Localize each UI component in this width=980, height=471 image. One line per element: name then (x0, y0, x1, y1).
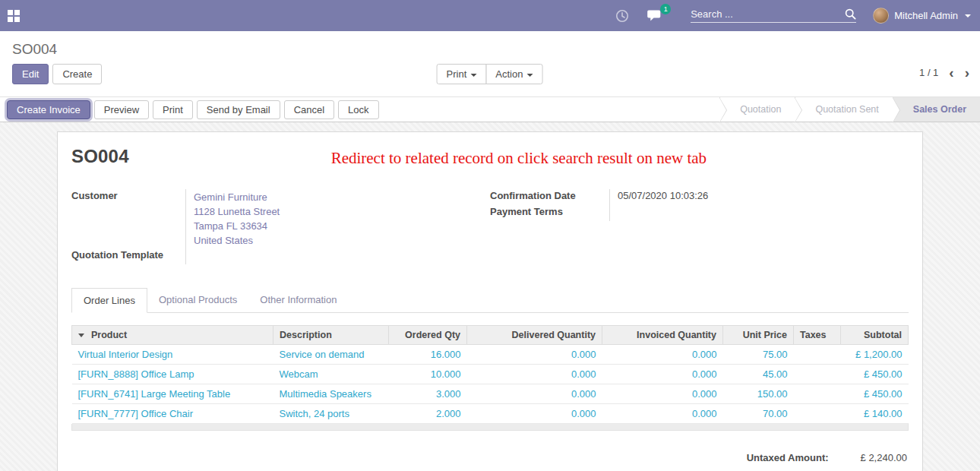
cell-unit-price[interactable]: 150.00 (723, 384, 794, 404)
cell-product[interactable]: [FURN_6741] Large Meeting Table (72, 384, 273, 404)
cell-ordered-qty[interactable]: 3.000 (389, 384, 467, 404)
field-column-left: Customer Gemini Furniture 1128 Lunetta S… (71, 189, 490, 264)
breadcrumb-record-title: SO004 (12, 41, 57, 57)
confirmation-date-label: Confirmation Date (490, 189, 609, 205)
record-pager: 1 / 1 ‹ › (919, 67, 969, 78)
cell-subtotal[interactable]: £ 450.00 (841, 365, 909, 384)
tab-other-information[interactable]: Other Information (248, 288, 348, 313)
cell-description[interactable]: Service on demand (273, 345, 389, 365)
untaxed-amount-label: Untaxed Amount: (747, 452, 829, 463)
col-header-invoiced-quantity[interactable]: Invoiced Quantity (602, 326, 723, 345)
cell-taxes[interactable] (794, 384, 841, 404)
customer-name-link[interactable]: Gemini Furniture (194, 190, 490, 204)
control-panel: Edit Create Print Action 1 / 1 ‹ › (0, 59, 980, 90)
cell-description[interactable]: Multimedia Speakers (273, 384, 389, 404)
lock-button[interactable]: Lock (338, 100, 378, 119)
table-footer-strip (71, 424, 909, 431)
print-button[interactable]: Print (153, 100, 193, 119)
pager-value: 1 / 1 (919, 67, 938, 78)
confirmation-date-field: Confirmation Date 05/07/2020 10:03:26 (490, 189, 909, 205)
status-step-quotation-sent[interactable]: Quotation Sent (795, 97, 892, 122)
action-dropdown-label: Action (495, 68, 523, 80)
status-step-label: Quotation (740, 104, 781, 115)
apps-grid-square (8, 10, 13, 15)
payment-terms-value[interactable] (609, 205, 909, 221)
col-header-taxes[interactable]: Taxes (794, 326, 841, 345)
cell-description[interactable]: Switch, 24 ports (273, 404, 389, 424)
cell-delivered-qty[interactable]: 0.000 (467, 365, 602, 384)
cell-taxes[interactable] (794, 365, 841, 384)
chevron-left-icon[interactable]: ‹ (949, 68, 953, 78)
status-step-quotation[interactable]: Quotation (719, 97, 795, 122)
col-header-product[interactable]: Product (72, 326, 273, 345)
order-line-row[interactable]: [FURN_6741] Large Meeting Table Multimed… (72, 384, 909, 404)
order-title: SO004 (71, 146, 129, 167)
customer-street: 1128 Lunetta Street (194, 204, 490, 219)
print-dropdown-button[interactable]: Print (437, 64, 487, 84)
cell-product[interactable]: Virtual Interior Design (72, 345, 273, 365)
cell-subtotal[interactable]: £ 140.00 (841, 404, 909, 424)
messages-icon[interactable]: 1 (647, 9, 663, 22)
cell-subtotal[interactable]: £ 1,200.00 (841, 345, 909, 365)
col-header-unit-price[interactable]: Unit Price (723, 326, 794, 345)
cell-ordered-qty[interactable]: 10.000 (389, 365, 467, 384)
cell-unit-price[interactable]: 45.00 (723, 365, 794, 384)
cell-product[interactable]: [FURN_8888] Office Lamp (72, 365, 273, 384)
search-input[interactable] (691, 8, 845, 20)
step-arrow-icon (893, 97, 900, 123)
chevron-right-icon[interactable]: › (965, 68, 969, 78)
create-button[interactable]: Create (52, 64, 102, 84)
customer-field: Customer Gemini Furniture 1128 Lunetta S… (71, 189, 490, 248)
send-by-email-button[interactable]: Send by Email (197, 100, 280, 119)
tab-optional-products[interactable]: Optional Products (147, 288, 248, 313)
field-column-right: Confirmation Date 05/07/2020 10:03:26 Pa… (490, 189, 909, 264)
col-header-label: Product (91, 330, 127, 340)
form-statusbar: Create Invoice Preview Print Send by Ema… (0, 96, 980, 122)
cell-delivered-qty[interactable]: 0.000 (467, 345, 602, 365)
activities-clock-icon[interactable] (615, 9, 629, 23)
cell-unit-price[interactable]: 70.00 (723, 404, 794, 424)
col-header-description[interactable]: Description (273, 326, 389, 345)
apps-grid-square (14, 10, 20, 15)
cell-ordered-qty[interactable]: 2.000 (389, 404, 467, 424)
status-steps: Quotation Quotation Sent Sales Order (719, 97, 980, 122)
quotation-template-label: Quotation Template (71, 248, 185, 264)
cell-invoiced-qty[interactable]: 0.000 (602, 365, 723, 384)
cell-delivered-qty[interactable]: 0.000 (467, 404, 602, 424)
cell-invoiced-qty[interactable]: 0.000 (602, 384, 723, 404)
quotation-template-value[interactable] (185, 248, 490, 264)
tab-order-lines[interactable]: Order Lines (71, 288, 147, 313)
edit-button[interactable]: Edit (12, 64, 49, 84)
cell-unit-price[interactable]: 75.00 (723, 345, 794, 365)
order-line-row[interactable]: [FURN_8888] Office Lamp Webcam 10.000 0.… (72, 365, 909, 384)
cell-description[interactable]: Webcam (273, 365, 389, 384)
cell-delivered-qty[interactable]: 0.000 (467, 384, 602, 404)
cell-ordered-qty[interactable]: 16.000 (389, 345, 467, 365)
create-invoice-button[interactable]: Create Invoice (7, 100, 90, 119)
cell-subtotal[interactable]: £ 450.00 (841, 384, 909, 404)
col-header-subtotal[interactable]: Subtotal (841, 326, 909, 345)
order-line-row[interactable]: [FURN_7777] Office Chair Switch, 24 port… (72, 404, 909, 424)
status-step-sales-order[interactable]: Sales Order (893, 97, 980, 122)
customer-country: United States (194, 233, 490, 248)
cancel-button[interactable]: Cancel (284, 100, 334, 119)
cell-product[interactable]: [FURN_7777] Office Chair (72, 404, 273, 424)
action-dropdown-button[interactable]: Action (485, 64, 542, 84)
cell-invoiced-qty[interactable]: 0.000 (602, 404, 723, 424)
col-header-ordered-qty[interactable]: Ordered Qty (389, 326, 467, 345)
quotation-template-field: Quotation Template (71, 248, 490, 264)
table-header-row: Product Description Ordered Qty Delivere… (72, 326, 909, 345)
preview-button[interactable]: Preview (94, 100, 149, 119)
cell-invoiced-qty[interactable]: 0.000 (602, 345, 723, 365)
user-menu[interactable]: Mitchell Admin (873, 8, 971, 24)
search-icon[interactable] (845, 8, 856, 20)
chevron-down-icon (526, 74, 533, 77)
order-lines-table: Product Description Ordered Qty Delivere… (71, 325, 909, 424)
breadcrumb: SO004 (0, 31, 980, 59)
order-line-row[interactable]: Virtual Interior Design Service on deman… (72, 345, 909, 365)
cell-taxes[interactable] (794, 404, 841, 424)
step-arrow-icon (719, 97, 727, 123)
col-header-delivered-quantity[interactable]: Delivered Quantity (467, 326, 602, 345)
cell-taxes[interactable] (794, 345, 841, 365)
apps-menu-icon[interactable] (8, 10, 20, 22)
